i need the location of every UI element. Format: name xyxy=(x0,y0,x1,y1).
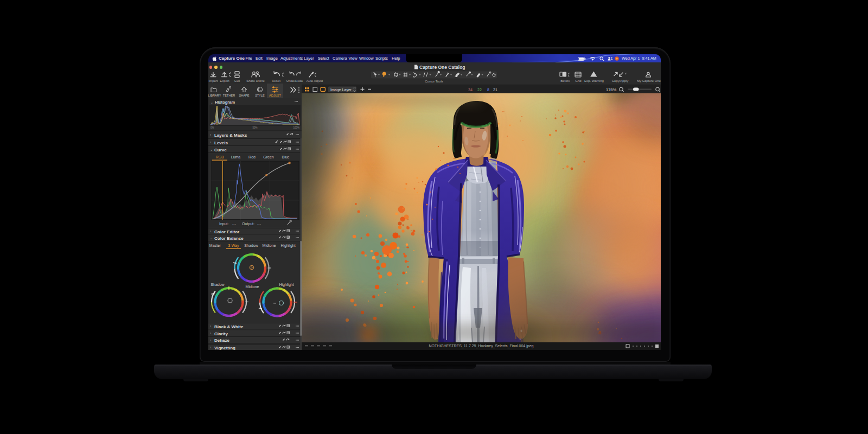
svg-text:Output:: Output: xyxy=(242,222,254,226)
svg-text:⌄: ⌄ xyxy=(210,236,213,240)
svg-text:Image Layer: Image Layer xyxy=(330,88,352,92)
svg-text:›: › xyxy=(210,229,211,233)
svg-text:Color Editor: Color Editor xyxy=(214,229,239,234)
svg-text:SHAPE: SHAPE xyxy=(239,94,250,97)
svg-text:0%: 0% xyxy=(210,126,214,129)
svg-text:Shadow: Shadow xyxy=(244,244,258,247)
svg-text:ADJUST: ADJUST xyxy=(269,94,281,97)
svg-text:›: › xyxy=(210,324,211,328)
svg-text:›: › xyxy=(210,331,211,335)
svg-text:Color Balance: Color Balance xyxy=(214,236,244,241)
svg-text:Master: Master xyxy=(209,244,221,247)
svg-text:TETHER: TETHER xyxy=(223,94,235,97)
svg-text:Dehaze: Dehaze xyxy=(214,338,230,343)
svg-text:34: 34 xyxy=(468,88,473,92)
svg-text:Highlight: Highlight xyxy=(280,244,295,248)
svg-text:Histogram: Histogram xyxy=(215,100,235,105)
svg-text:Vignetting: Vignetting xyxy=(214,346,235,350)
svg-text:⌄: ⌄ xyxy=(210,148,213,151)
svg-text:Clarity: Clarity xyxy=(214,331,228,336)
svg-text:---: --- xyxy=(257,222,261,226)
svg-text:8: 8 xyxy=(487,88,489,92)
svg-text:STYLE: STYLE xyxy=(255,94,265,97)
svg-text:Levels: Levels xyxy=(214,141,228,145)
svg-text:›: › xyxy=(210,346,211,349)
svg-text:3-Way: 3-Way xyxy=(228,244,239,248)
svg-text:Shadow: Shadow xyxy=(210,283,225,286)
svg-text:›: › xyxy=(210,339,211,342)
svg-text:50%: 50% xyxy=(252,126,257,129)
svg-text:Luma: Luma xyxy=(231,155,241,159)
svg-text:›: › xyxy=(210,133,211,137)
svg-text:21: 21 xyxy=(493,88,497,92)
svg-text:176%: 176% xyxy=(606,87,617,92)
svg-text:100%: 100% xyxy=(293,126,299,129)
svg-text:Midtone: Midtone xyxy=(246,285,259,289)
svg-text:Highlight: Highlight xyxy=(279,283,293,287)
svg-text:Black & White: Black & White xyxy=(214,324,244,329)
svg-text:Midtone: Midtone xyxy=(263,244,276,247)
svg-text:Input:: Input: xyxy=(219,222,229,226)
svg-text:Red: Red xyxy=(248,155,256,159)
svg-text:RGB: RGB xyxy=(215,155,224,159)
svg-text:22: 22 xyxy=(477,88,482,92)
svg-text:---: --- xyxy=(232,222,237,226)
svg-text:Blue: Blue xyxy=(282,155,289,159)
svg-text:Green: Green xyxy=(263,155,274,159)
svg-text:LIBRARY: LIBRARY xyxy=(208,94,221,97)
svg-text:Layers & Masks: Layers & Masks xyxy=(214,133,247,138)
svg-text:⌄: ⌄ xyxy=(210,101,213,104)
svg-text:Curve: Curve xyxy=(214,148,227,152)
svg-text:›: › xyxy=(210,141,211,144)
